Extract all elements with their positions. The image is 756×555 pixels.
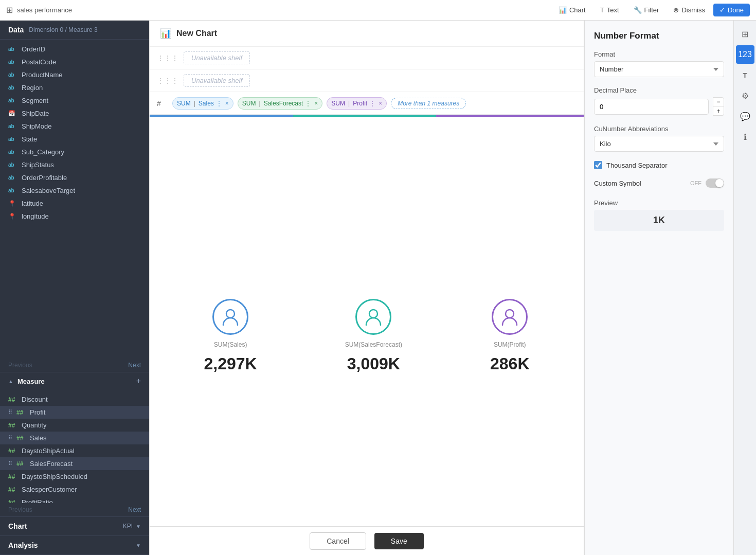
measure-discount[interactable]: ## Discount	[0, 393, 149, 406]
dim-prev-button[interactable]: Previous	[8, 362, 32, 369]
dismiss-button[interactable]: ⊗ Dismiss	[667, 4, 711, 16]
done-button[interactable]: ✓ Done	[713, 4, 750, 16]
dimension-nav: Previous Next	[0, 359, 149, 372]
custom-symbol-toggle[interactable]	[706, 178, 724, 188]
tag-dots-salesforecast[interactable]: ⋮	[305, 100, 311, 107]
measure-prev-button[interactable]: Previous	[8, 506, 32, 513]
kpi-avatar-sales	[212, 299, 248, 335]
decimal-decrement-button[interactable]: +	[713, 106, 724, 116]
decimal-stepper: − +	[713, 97, 724, 116]
sidebar-subtitle: Dimension 0 / Measure 3	[29, 26, 97, 33]
abbreviations-select[interactable]: None Kilo Million Billion	[594, 136, 724, 152]
kpi-content: SUM(Sales) 2,297K SUM(SalesForecast) 3,0…	[150, 117, 584, 555]
measure-profitratio[interactable]: ## ProfitRatio	[0, 496, 149, 503]
measure-salespercustomer[interactable]: ## SalesperCustomer	[0, 483, 149, 496]
dim-longitude[interactable]: 📍 longitude	[0, 210, 149, 223]
dim-shipstatus[interactable]: ab ShipStatus	[0, 158, 149, 171]
info-icon-button[interactable]: ℹ	[736, 128, 754, 146]
dim-salesabovetarget[interactable]: ab SalesaboveTarget	[0, 184, 149, 197]
tag-dots-sales[interactable]: ⋮	[216, 100, 222, 107]
app-title: sales performance	[17, 6, 72, 14]
dim-postalcode[interactable]: ab PostalCode	[0, 56, 149, 68]
measure-daystoshipsched[interactable]: ## DaystoShipScheduled	[0, 470, 149, 483]
comment-icon-button[interactable]: 💬	[736, 107, 754, 126]
kpi-value-profit: 286K	[490, 354, 530, 373]
decimal-input[interactable]	[594, 99, 709, 115]
hash-icon: ##	[8, 396, 17, 403]
measure-profit[interactable]: ⠿ ## Profit	[0, 406, 149, 419]
dim-productname[interactable]: ab ProductName	[0, 68, 149, 81]
chart-section-row[interactable]: Chart KPI ▼	[0, 517, 149, 536]
tag-close-sales[interactable]: ×	[225, 100, 229, 107]
shelf-placeholder-2[interactable]: Unavailable shelf	[184, 74, 250, 87]
ab-icon: ab	[8, 136, 17, 142]
svg-point-0	[226, 310, 235, 318]
format-select[interactable]: Number Percentage Currency Scientific	[594, 61, 724, 77]
measure-tag-sales[interactable]: SUM | Sales ⋮ ×	[172, 97, 233, 110]
decimal-increment-button[interactable]: −	[713, 97, 724, 106]
dim-state[interactable]: ab State	[0, 133, 149, 146]
thousand-separator-label[interactable]: Thousand Separator	[606, 162, 668, 169]
top-bar-right: 📊 Chart T Text 🔧 Filter ⊗ Dismiss ✓ Done	[552, 4, 750, 16]
dim-subcategory[interactable]: ab Sub_Category	[0, 146, 149, 158]
more-measures-tag[interactable]: More than 1 measures	[391, 98, 466, 109]
kpi-item-salesforecast: SUM(SalesForecast) 3,009K	[345, 299, 402, 373]
tag-dots-profit[interactable]: ⋮	[369, 100, 375, 107]
abbreviations-label: CuNumber Abbreviations	[594, 125, 724, 133]
measure-list: ## Discount ⠿ ## Profit ## Quantity ⠿ ##…	[0, 390, 149, 503]
grid-icon-button[interactable]: ⊞	[736, 25, 754, 43]
measure-header[interactable]: ▲ Measure +	[0, 372, 149, 390]
measure-sales[interactable]: ⠿ ## Sales	[0, 432, 149, 444]
cancel-button[interactable]: Cancel	[310, 532, 366, 550]
sidebar: Data Dimension 0 / Measure 3 ab OrderID …	[0, 21, 149, 555]
text-button[interactable]: T Text	[594, 4, 625, 16]
thousand-separator-checkbox[interactable]	[594, 161, 602, 169]
measure-quantity[interactable]: ## Quantity	[0, 419, 149, 432]
chart-button[interactable]: 📊 Chart	[552, 4, 592, 16]
calendar-icon: 📅	[8, 110, 17, 117]
filter-button[interactable]: 🔧 Filter	[627, 4, 665, 16]
ab-icon: ab	[8, 85, 17, 91]
text-icon-button[interactable]: T	[736, 66, 754, 84]
tag-close-profit[interactable]: ×	[379, 100, 382, 107]
hash-icon: ##	[16, 409, 26, 416]
dim-latitude[interactable]: 📍 latitude	[0, 197, 149, 210]
measure-tag-profit[interactable]: SUM | Profit ⋮ ×	[327, 97, 387, 110]
decimal-section: Decimal Place − +	[594, 86, 724, 116]
info-icon: ℹ	[744, 132, 747, 142]
preview-label: Preview	[594, 199, 724, 207]
measure-next-button[interactable]: Next	[128, 506, 141, 513]
analysis-section-row[interactable]: Analysis ▼	[0, 536, 149, 555]
custom-symbol-off-label: OFF	[690, 180, 701, 186]
dim-orderid[interactable]: ab OrderID	[0, 43, 149, 56]
ab-icon: ab	[8, 46, 17, 52]
kpi-item-profit: SUM(Profit) 286K	[490, 299, 530, 373]
chart-chevron-icon: ▼	[136, 524, 141, 529]
shelf-handle-m: #	[157, 99, 167, 108]
shelf-placeholder-1[interactable]: Unavailable shelf	[184, 51, 250, 64]
chart-bar-icon-button[interactable]: 123	[736, 45, 754, 64]
measure-tag-salesforecast[interactable]: SUM | SalesForecast ⋮ ×	[238, 97, 323, 110]
tag-close-salesforecast[interactable]: ×	[314, 100, 318, 107]
filter-tab-icon: 🔧	[634, 6, 642, 14]
dim-shipmode[interactable]: ab ShipMode	[0, 120, 149, 133]
icon-bar: ⊞ 123 T ⚙ 💬 ℹ	[733, 21, 756, 555]
bottom-sections: Chart KPI ▼ Analysis ▼	[0, 516, 149, 555]
analysis-section-title: Analysis	[8, 541, 38, 549]
svg-point-2	[506, 310, 514, 318]
settings-icon-button[interactable]: ⚙	[736, 86, 754, 105]
format-label: Format	[594, 50, 724, 58]
save-button[interactable]: Save	[374, 533, 424, 549]
dim-segment[interactable]: ab Segment	[0, 94, 149, 107]
measure-salesforecast[interactable]: ⠿ ## SalesForecast	[0, 457, 149, 470]
dim-region[interactable]: ab Region	[0, 81, 149, 94]
dim-orderprofitable[interactable]: ab OrderProfitable	[0, 171, 149, 184]
measure-add-button[interactable]: +	[136, 377, 141, 386]
decimal-label: Decimal Place	[594, 86, 724, 94]
number-format-panel: Number Format Format Number Percentage C…	[584, 21, 733, 555]
hash-icon: ##	[16, 435, 26, 442]
dim-next-button[interactable]: Next	[128, 362, 141, 369]
sidebar-data-tab[interactable]: Data	[8, 26, 24, 34]
dim-shipdate[interactable]: 📅 ShipDate	[0, 107, 149, 120]
measure-daystoshipa[interactable]: ## DaystoShipActual	[0, 444, 149, 457]
